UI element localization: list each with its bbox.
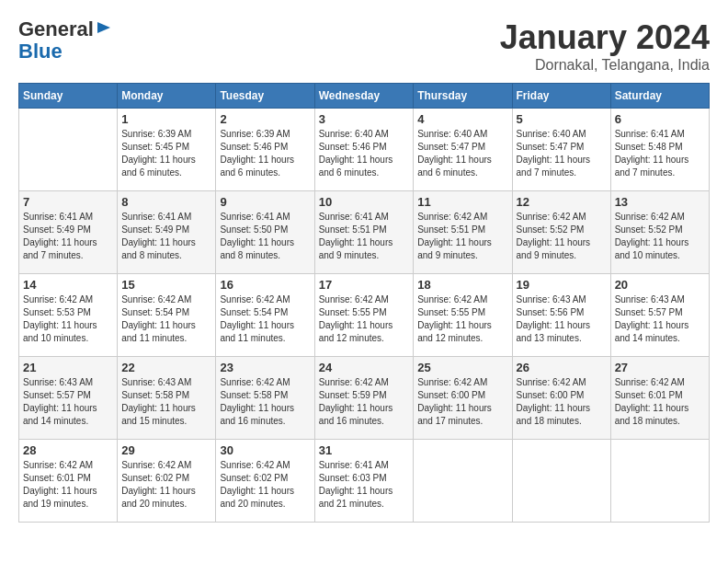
day-info: Sunrise: 6:43 AM Sunset: 5:57 PM Dayligh… <box>23 376 113 428</box>
calendar-cell: 19Sunrise: 6:43 AM Sunset: 5:56 PM Dayli… <box>512 274 610 357</box>
day-info: Sunrise: 6:41 AM Sunset: 5:49 PM Dayligh… <box>121 211 211 262</box>
day-number: 26 <box>517 361 607 374</box>
day-info: Sunrise: 6:40 AM Sunset: 5:47 PM Dayligh… <box>417 128 507 179</box>
calendar-cell: 15Sunrise: 6:42 AM Sunset: 5:54 PM Dayli… <box>118 274 216 357</box>
day-number: 19 <box>517 278 607 292</box>
day-header-thursday: Thursday <box>414 84 512 109</box>
calendar-cell: 22Sunrise: 6:43 AM Sunset: 5:58 PM Dayli… <box>118 357 216 440</box>
day-info: Sunrise: 6:42 AM Sunset: 5:52 PM Dayligh… <box>517 211 607 262</box>
day-info: Sunrise: 6:42 AM Sunset: 5:53 PM Dayligh… <box>23 293 113 345</box>
calendar-cell: 30Sunrise: 6:42 AM Sunset: 6:02 PM Dayli… <box>216 440 314 523</box>
day-number: 23 <box>220 361 310 374</box>
day-number: 17 <box>319 278 410 292</box>
day-number: 2 <box>220 112 310 126</box>
day-number: 25 <box>417 361 507 374</box>
page-header: General Blue January 2024 Dornakal, Tela… <box>18 18 710 74</box>
calendar-cell: 18Sunrise: 6:42 AM Sunset: 5:55 PM Dayli… <box>414 274 512 357</box>
calendar-cell: 17Sunrise: 6:42 AM Sunset: 5:55 PM Dayli… <box>314 274 414 357</box>
location: Dornakal, Telangana, India <box>500 57 710 74</box>
day-number: 8 <box>121 195 211 209</box>
day-info: Sunrise: 6:42 AM Sunset: 5:52 PM Dayligh… <box>615 211 705 262</box>
week-row-4: 21Sunrise: 6:43 AM Sunset: 5:57 PM Dayli… <box>19 357 710 440</box>
month-title: January 2024 <box>500 18 710 57</box>
calendar-cell: 21Sunrise: 6:43 AM Sunset: 5:57 PM Dayli… <box>19 357 118 440</box>
logo-text: General <box>18 18 94 40</box>
day-info: Sunrise: 6:40 AM Sunset: 5:47 PM Dayligh… <box>517 128 607 179</box>
calendar-cell: 3Sunrise: 6:40 AM Sunset: 5:46 PM Daylig… <box>314 109 414 191</box>
logo: General Blue <box>18 18 112 63</box>
calendar-cell: 31Sunrise: 6:41 AM Sunset: 6:03 PM Dayli… <box>314 440 414 523</box>
day-number: 27 <box>615 361 705 374</box>
day-info: Sunrise: 6:42 AM Sunset: 5:55 PM Dayligh… <box>417 293 507 345</box>
calendar-cell: 27Sunrise: 6:42 AM Sunset: 6:01 PM Dayli… <box>610 357 709 440</box>
calendar-cell <box>512 440 610 523</box>
svg-marker-0 <box>97 22 110 33</box>
calendar-cell: 8Sunrise: 6:41 AM Sunset: 5:49 PM Daylig… <box>118 191 216 274</box>
day-number: 3 <box>319 112 410 126</box>
day-info: Sunrise: 6:41 AM Sunset: 5:49 PM Dayligh… <box>23 211 113 262</box>
day-number: 5 <box>517 112 607 126</box>
day-number: 1 <box>121 112 211 126</box>
calendar-cell: 28Sunrise: 6:42 AM Sunset: 6:01 PM Dayli… <box>19 440 118 523</box>
day-number: 13 <box>615 195 705 209</box>
calendar-cell: 14Sunrise: 6:42 AM Sunset: 5:53 PM Dayli… <box>19 274 118 357</box>
calendar-cell: 5Sunrise: 6:40 AM Sunset: 5:47 PM Daylig… <box>512 109 610 191</box>
calendar-cell: 10Sunrise: 6:41 AM Sunset: 5:51 PM Dayli… <box>314 191 414 274</box>
calendar-cell: 16Sunrise: 6:42 AM Sunset: 5:54 PM Dayli… <box>216 274 314 357</box>
day-info: Sunrise: 6:42 AM Sunset: 5:54 PM Dayligh… <box>220 293 310 345</box>
day-info: Sunrise: 6:43 AM Sunset: 5:57 PM Dayligh… <box>615 293 705 345</box>
calendar-cell <box>19 109 118 191</box>
day-number: 22 <box>121 361 211 374</box>
day-number: 20 <box>615 278 705 292</box>
calendar-cell: 9Sunrise: 6:41 AM Sunset: 5:50 PM Daylig… <box>216 191 314 274</box>
day-number: 21 <box>23 361 113 374</box>
day-number: 4 <box>417 112 507 126</box>
day-info: Sunrise: 6:41 AM Sunset: 5:51 PM Dayligh… <box>319 211 410 262</box>
day-number: 15 <box>121 278 211 292</box>
week-row-3: 14Sunrise: 6:42 AM Sunset: 5:53 PM Dayli… <box>19 274 710 357</box>
calendar-cell: 2Sunrise: 6:39 AM Sunset: 5:46 PM Daylig… <box>216 109 314 191</box>
calendar-cell: 24Sunrise: 6:42 AM Sunset: 5:59 PM Dayli… <box>314 357 414 440</box>
day-number: 7 <box>23 195 113 209</box>
calendar-cell: 29Sunrise: 6:42 AM Sunset: 6:02 PM Dayli… <box>118 440 216 523</box>
calendar-cell: 11Sunrise: 6:42 AM Sunset: 5:51 PM Dayli… <box>414 191 512 274</box>
day-info: Sunrise: 6:39 AM Sunset: 5:45 PM Dayligh… <box>121 128 211 179</box>
day-number: 30 <box>220 443 310 457</box>
day-info: Sunrise: 6:42 AM Sunset: 6:00 PM Dayligh… <box>517 376 607 428</box>
calendar-cell: 26Sunrise: 6:42 AM Sunset: 6:00 PM Dayli… <box>512 357 610 440</box>
day-info: Sunrise: 6:41 AM Sunset: 5:48 PM Dayligh… <box>615 128 705 179</box>
calendar-table: SundayMondayTuesdayWednesdayThursdayFrid… <box>18 83 710 523</box>
day-header-wednesday: Wednesday <box>314 84 414 109</box>
week-row-1: 1Sunrise: 6:39 AM Sunset: 5:45 PM Daylig… <box>19 109 710 191</box>
day-number: 24 <box>319 361 410 374</box>
day-number: 18 <box>417 278 507 292</box>
day-header-sunday: Sunday <box>19 84 118 109</box>
day-number: 9 <box>220 195 310 209</box>
day-info: Sunrise: 6:42 AM Sunset: 6:02 PM Dayligh… <box>220 459 310 511</box>
calendar-cell: 23Sunrise: 6:42 AM Sunset: 5:58 PM Dayli… <box>216 357 314 440</box>
day-info: Sunrise: 6:41 AM Sunset: 5:50 PM Dayligh… <box>220 211 310 262</box>
day-info: Sunrise: 6:42 AM Sunset: 6:00 PM Dayligh… <box>417 376 507 428</box>
day-number: 10 <box>319 195 410 209</box>
calendar-cell: 12Sunrise: 6:42 AM Sunset: 5:52 PM Dayli… <box>512 191 610 274</box>
calendar-cell: 13Sunrise: 6:42 AM Sunset: 5:52 PM Dayli… <box>610 191 709 274</box>
calendar-cell: 25Sunrise: 6:42 AM Sunset: 6:00 PM Dayli… <box>414 357 512 440</box>
day-info: Sunrise: 6:42 AM Sunset: 6:02 PM Dayligh… <box>121 459 211 511</box>
day-header-saturday: Saturday <box>610 84 709 109</box>
day-number: 6 <box>615 112 705 126</box>
day-number: 14 <box>23 278 113 292</box>
day-header-friday: Friday <box>512 84 610 109</box>
day-number: 28 <box>23 443 113 457</box>
day-info: Sunrise: 6:42 AM Sunset: 6:01 PM Dayligh… <box>615 376 705 428</box>
day-headers-row: SundayMondayTuesdayWednesdayThursdayFrid… <box>19 84 710 109</box>
calendar-cell: 20Sunrise: 6:43 AM Sunset: 5:57 PM Dayli… <box>610 274 709 357</box>
title-area: January 2024 Dornakal, Telangana, India <box>500 18 710 74</box>
day-number: 31 <box>319 443 410 457</box>
week-row-5: 28Sunrise: 6:42 AM Sunset: 6:01 PM Dayli… <box>19 440 710 523</box>
day-info: Sunrise: 6:42 AM Sunset: 5:58 PM Dayligh… <box>220 376 310 428</box>
day-number: 29 <box>121 443 211 457</box>
day-info: Sunrise: 6:43 AM Sunset: 5:56 PM Dayligh… <box>517 293 607 345</box>
day-header-monday: Monday <box>118 84 216 109</box>
day-info: Sunrise: 6:42 AM Sunset: 5:51 PM Dayligh… <box>417 211 507 262</box>
day-number: 11 <box>417 195 507 209</box>
